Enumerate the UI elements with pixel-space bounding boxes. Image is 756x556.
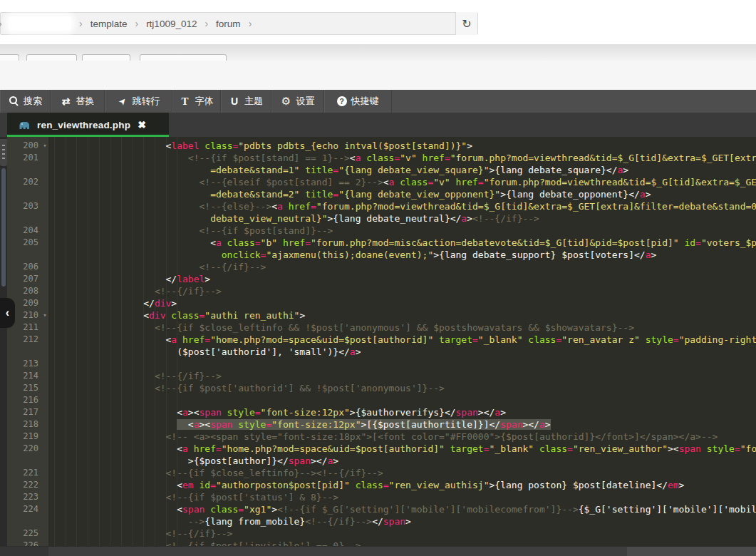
search-icon — [8, 96, 19, 107]
replace-icon: ⇄ — [61, 96, 72, 107]
code-text: <div class="authi ren_authi"> — [54, 309, 756, 321]
code-line-225[interactable]: 225<!--{/if}--> — [0, 527, 756, 540]
code-line-wrap[interactable]: -->{lang from_mobile}<!--{/if}--></span> — [0, 515, 756, 527]
faded-panel-band — [0, 44, 756, 61]
breadcrumb-separator-icon: › — [249, 18, 252, 29]
left-rail — [0, 137, 7, 556]
code-line-wrap[interactable]: debate_view_neutral}">{lang debate_neutr… — [0, 212, 756, 225]
code-text: <!--{elseif $post[stand] == 2}--><a clas… — [54, 176, 756, 188]
code-text: <!-- <a><span style="font-size:18px">[<f… — [54, 431, 756, 443]
code-line-210[interactable]: 210▾<div class="authi ren_authi"> — [0, 309, 756, 321]
code-text: <!--{if $post['status'] & 8}--> — [54, 491, 756, 503]
theme-icon: U — [229, 96, 240, 107]
code-line-218[interactable]: 218 <a><span style="font-size:12px">[{$p… — [0, 418, 756, 431]
breadcrumb-item-template[interactable]: template — [90, 19, 128, 29]
refresh-button[interactable]: ↻ — [455, 12, 477, 35]
code-text: <!--{/if}--> — [54, 261, 756, 273]
code-line-205[interactable]: 205<a class="b" href="forum.php?mod=misc… — [0, 237, 756, 249]
line-number: 200 — [7, 140, 38, 152]
code-line-216[interactable]: 216 — [0, 394, 756, 406]
code-line-222[interactable]: 222<em id="authorposton$post[pid]" class… — [0, 479, 756, 491]
horizontal-scrollbar[interactable] — [0, 546, 756, 556]
line-number: 220 — [7, 443, 38, 455]
code-line-217[interactable]: 217<a><span style="font-size:12px">{$aut… — [0, 406, 756, 418]
hidden-button-top — [26, 54, 77, 61]
code-line-201[interactable]: 201<!--{if $post[stand] == 1}--><a class… — [0, 152, 756, 164]
code-text: <a><span style="font-size:12px">{$author… — [54, 406, 756, 418]
breadcrumb-item-rtj1009_012[interactable]: rtj1009_012 — [146, 19, 197, 29]
code-line-208[interactable]: 208<!--{/if}--> — [0, 285, 756, 297]
line-number: 215 — [7, 382, 38, 394]
toolbar-button-goto-line[interactable]: ➤跳转行 — [105, 90, 172, 113]
hidden-button-top — [0, 54, 19, 61]
toolbar-button-theme[interactable]: U主题 — [221, 90, 271, 113]
code-text: =debate&stand=2" title="{lang debate_vie… — [54, 188, 756, 200]
tab-bar: ren_viewthread.php ✖ — [0, 113, 756, 137]
code-line-wrap[interactable]: =debate&stand=2" title="{lang debate_vie… — [0, 188, 756, 200]
code-text: </div> — [54, 297, 756, 309]
code-text: <a href="home.php?mod=space&uid=$post[au… — [54, 334, 756, 346]
code-line-212[interactable]: 212<a href="home.php?mod=space&uid=$post… — [0, 334, 756, 346]
collapsed-panel-tab[interactable] — [0, 139, 7, 166]
code-line-203[interactable]: 203<!--{else}--><a href="forum.php?mod=v… — [0, 200, 756, 212]
code-text: </label> — [54, 273, 756, 285]
code-line-211[interactable]: 211<!--{if $close_leftinfo && !$post['an… — [0, 321, 756, 334]
code-line-wrap[interactable]: =debate&stand=1" title="{lang debate_vie… — [0, 164, 756, 176]
code-line-224[interactable]: 224<span class="xg1"><!--{if $_G['settin… — [0, 503, 756, 515]
code-line-209[interactable]: 209</div> — [0, 297, 756, 309]
code-line-206[interactable]: 206<!--{/if}--> — [0, 261, 756, 273]
fold-arrow-icon[interactable]: ▾ — [41, 309, 49, 321]
line-number: 224 — [7, 503, 38, 515]
code-line-202[interactable]: 202<!--{elseif $post[stand] == 2}--><a c… — [0, 176, 756, 188]
code-line-207[interactable]: 207</label> — [0, 273, 756, 285]
code-line-wrap[interactable]: >{$post[author]}</span></a> — [0, 455, 756, 467]
code-rows: 200▾<label class="pdbts pdbts_{echo intv… — [0, 140, 756, 552]
code-line-220[interactable]: 220<a href="home.php?mod=space&uid=$post… — [0, 443, 756, 455]
breadcrumb-item-redacted[interactable] — [9, 16, 71, 31]
code-text: <em id="authorposton$post[pid]" class="r… — [54, 479, 756, 491]
code-text: <!--{if $post['authorid'] && !$post['ano… — [54, 382, 756, 394]
back-icon[interactable]: › — [0, 18, 4, 29]
tab-ren_viewthread[interactable]: ren_viewthread.php ✖ — [7, 113, 169, 137]
breadcrumb-separator-icon: › — [135, 18, 138, 29]
code-text: debate_view_neutral}">{lang debate_neutr… — [54, 212, 756, 225]
hidden-button-top — [82, 54, 130, 61]
code-text: =debate&stand=1" title="{lang debate_vie… — [54, 164, 756, 176]
breadcrumb-item-forum[interactable]: forum — [216, 19, 241, 29]
line-number: 214 — [7, 370, 38, 382]
code-line-wrap[interactable]: ($post['authorid'], 'small')}</a> — [0, 346, 756, 358]
toolbar-label-search: 搜索 — [24, 95, 42, 108]
line-number: 203 — [7, 200, 38, 212]
toolbar-button-search[interactable]: 搜索 — [0, 90, 51, 113]
toolbar-button-font[interactable]: T字体 — [172, 90, 221, 113]
code-line-221[interactable]: 221<!--{if $close_leftinfo}--><!--{/if}-… — [0, 467, 756, 479]
code-line-215[interactable]: 215<!--{if $post['authorid'] && !$post['… — [0, 382, 756, 394]
code-line-214[interactable]: 214<!--{/if}--> — [0, 370, 756, 382]
code-text: -->{lang from_mobile}<!--{/if}--></span> — [54, 515, 756, 527]
line-number: 206 — [7, 261, 38, 273]
line-number: 208 — [7, 285, 38, 297]
toolbar-button-replace[interactable]: ⇄替换 — [51, 90, 105, 113]
sidebar-collapse-handle[interactable]: ‹ — [0, 298, 15, 328]
line-number: 218 — [7, 418, 38, 431]
toolbar-label-theme: 主题 — [244, 95, 263, 108]
code-line-219[interactable]: 219<!-- <a><span style="font-size:18px">… — [0, 431, 756, 443]
code-editor[interactable]: 200▾<label class="pdbts pdbts_{echo intv… — [0, 137, 756, 556]
code-line-200[interactable]: 200▾<label class="pdbts pdbts_{echo intv… — [0, 140, 756, 152]
code-line-wrap[interactable]: onclick="ajaxmenu(this);doane(event);">{… — [0, 249, 756, 261]
code-text: <!--{/if}--> — [54, 370, 756, 382]
fold-arrow-icon[interactable]: ▾ — [41, 140, 49, 152]
code-line-204[interactable]: 204<!--{if $post[stand]}--> — [0, 225, 756, 237]
close-tab-icon[interactable]: ✖ — [138, 119, 146, 130]
code-text: <a class="b" href="forum.php?mod=misc&ac… — [54, 237, 756, 249]
editor-window: › ›template›rtj1009_012›forum› ↻ 搜索⇄替换➤跳… — [0, 0, 756, 556]
hidden-button-top — [140, 54, 227, 61]
toolbar-button-settings[interactable]: ⚙设置 — [271, 90, 324, 113]
editor-toolbar: 搜索⇄替换➤跳转行T字体U主题⚙设置?快捷键 — [0, 90, 756, 113]
vertical-scrollbar-thumb[interactable] — [1, 168, 6, 287]
horizontal-scrollbar-thumb[interactable] — [627, 547, 756, 556]
code-line-213[interactable]: 213 — [0, 358, 756, 370]
code-text: <label class="pdbts pdbts_{echo intval($… — [54, 140, 756, 152]
toolbar-button-shortcuts[interactable]: ?快捷键 — [324, 90, 392, 113]
code-line-223[interactable]: 223<!--{if $post['status'] & 8}--> — [0, 491, 756, 503]
